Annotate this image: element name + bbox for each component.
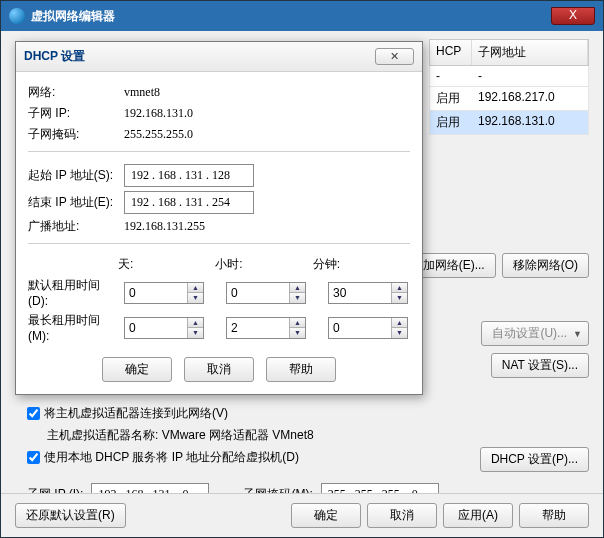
remove-network-button[interactable]: 移除网络(O)	[502, 253, 589, 278]
endip-label: 结束 IP 地址(E):	[28, 194, 118, 211]
adapter-name-value: VMware 网络适配器 VMnet8	[162, 428, 314, 442]
restore-defaults-button[interactable]: 还原默认设置(R)	[15, 503, 126, 528]
table-row[interactable]: - -	[429, 66, 589, 87]
table-header[interactable]: HCP 子网地址	[429, 39, 589, 66]
spin-up-icon[interactable]: ▲	[290, 283, 305, 294]
spin-up-icon[interactable]: ▲	[392, 318, 407, 329]
window-title: 虚拟网络编辑器	[31, 8, 551, 25]
dhcp-settings-button[interactable]: DHCP 设置(P)...	[480, 447, 589, 472]
spin-up-icon[interactable]: ▲	[188, 318, 203, 329]
titlebar[interactable]: 虚拟网络编辑器 X	[1, 1, 603, 31]
dhcp-close-icon[interactable]: ✕	[375, 48, 414, 65]
adapter-name-label: 主机虚拟适配器名称:	[47, 428, 158, 442]
dhcp-help-button[interactable]: 帮助	[266, 357, 336, 382]
table-row[interactable]: 启用 192.168.217.0	[429, 87, 589, 111]
spin-up-icon[interactable]: ▲	[188, 283, 203, 294]
default-days-spinner[interactable]: ▲▼	[124, 282, 204, 304]
spin-down-icon[interactable]: ▼	[392, 328, 407, 338]
client-area: HCP 子网地址 - - 启用 192.168.217.0 启用 192.168…	[1, 31, 603, 537]
spin-up-icon[interactable]: ▲	[290, 318, 305, 329]
app-icon	[9, 8, 25, 24]
close-icon[interactable]: X	[551, 7, 595, 25]
subnetip-label: 子网 IP:	[28, 105, 118, 122]
auto-settings-combo[interactable]: 自动设置(U)... ▼	[481, 321, 589, 346]
max-days-spinner[interactable]: ▲▼	[124, 317, 204, 339]
minutes-label: 分钟:	[313, 256, 410, 273]
startip-input[interactable]	[124, 164, 254, 187]
startip-label: 起始 IP 地址(S):	[28, 167, 118, 184]
subnetip-value: 192.168.131.0	[124, 106, 193, 121]
spin-down-icon[interactable]: ▼	[392, 293, 407, 303]
spin-down-icon[interactable]: ▼	[290, 293, 305, 303]
help-button[interactable]: 帮助	[519, 503, 589, 528]
main-window: 虚拟网络编辑器 X HCP 子网地址 - - 启用 192.168.217.0 …	[0, 0, 604, 538]
connect-adapter-checkbox[interactable]	[27, 407, 40, 420]
dhcp-dialog-header[interactable]: DHCP 设置 ✕	[16, 42, 422, 72]
broadcast-label: 广播地址:	[28, 218, 118, 235]
endip-input[interactable]	[124, 191, 254, 214]
dhcp-ok-button[interactable]: 确定	[102, 357, 172, 382]
dhcp-cancel-button[interactable]: 取消	[184, 357, 254, 382]
col-subnet[interactable]: 子网地址	[472, 40, 588, 65]
col-dhcp[interactable]: HCP	[430, 40, 472, 65]
use-dhcp-checkbox[interactable]	[27, 451, 40, 464]
connect-adapter-label: 将主机虚拟适配器连接到此网络(V)	[44, 405, 228, 422]
dhcp-dialog: DHCP 设置 ✕ 网络:vmnet8 子网 IP:192.168.131.0 …	[15, 41, 423, 395]
max-lease-label: 最长租用时间(M):	[28, 312, 118, 343]
spin-up-icon[interactable]: ▲	[392, 283, 407, 294]
hours-label: 小时:	[215, 256, 312, 273]
spin-down-icon[interactable]: ▼	[188, 328, 203, 338]
chevron-down-icon: ▼	[573, 329, 582, 339]
spin-down-icon[interactable]: ▼	[188, 293, 203, 303]
spin-down-icon[interactable]: ▼	[290, 328, 305, 338]
apply-button[interactable]: 应用(A)	[443, 503, 513, 528]
days-label: 天:	[118, 256, 215, 273]
bottom-bar: 还原默认设置(R) 确定 取消 应用(A) 帮助	[1, 493, 603, 537]
use-dhcp-label: 使用本地 DHCP 服务将 IP 地址分配给虚拟机(D)	[44, 449, 299, 466]
nat-settings-button[interactable]: NAT 设置(S)...	[491, 353, 589, 378]
network-table: HCP 子网地址 - - 启用 192.168.217.0 启用 192.168…	[429, 39, 589, 135]
broadcast-value: 192.168.131.255	[124, 219, 205, 234]
default-lease-label: 默认租用时间(D):	[28, 277, 118, 308]
dhcp-dialog-body: 网络:vmnet8 子网 IP:192.168.131.0 子网掩码:255.2…	[16, 72, 422, 394]
cancel-button[interactable]: 取消	[367, 503, 437, 528]
default-hours-spinner[interactable]: ▲▼	[226, 282, 306, 304]
max-minutes-spinner[interactable]: ▲▼	[328, 317, 408, 339]
network-label: 网络:	[28, 84, 118, 101]
network-value: vmnet8	[124, 85, 160, 100]
subnetmask-label: 子网掩码:	[28, 126, 118, 143]
ok-button[interactable]: 确定	[291, 503, 361, 528]
subnetmask-value: 255.255.255.0	[124, 127, 193, 142]
default-minutes-spinner[interactable]: ▲▼	[328, 282, 408, 304]
max-hours-spinner[interactable]: ▲▼	[226, 317, 306, 339]
dhcp-dialog-title: DHCP 设置	[24, 48, 375, 65]
table-row[interactable]: 启用 192.168.131.0	[429, 111, 589, 135]
